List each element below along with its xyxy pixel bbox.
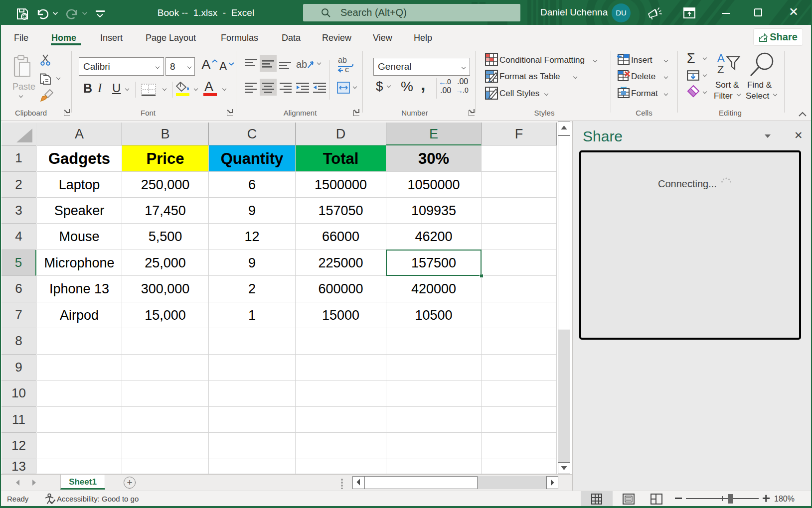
svg-text:.00: .00 (457, 78, 468, 86)
svg-text:Z: Z (717, 63, 724, 75)
svg-text:.0: .0 (463, 86, 469, 94)
svg-text:.0: .0 (445, 78, 451, 86)
svg-text:ab: ab (296, 59, 307, 70)
svg-text:ab: ab (338, 56, 347, 64)
svg-text:A: A (717, 53, 725, 64)
svg-text:→: → (456, 86, 463, 95)
svg-text:c: c (345, 65, 349, 73)
svg-text:.00: .00 (440, 86, 451, 95)
